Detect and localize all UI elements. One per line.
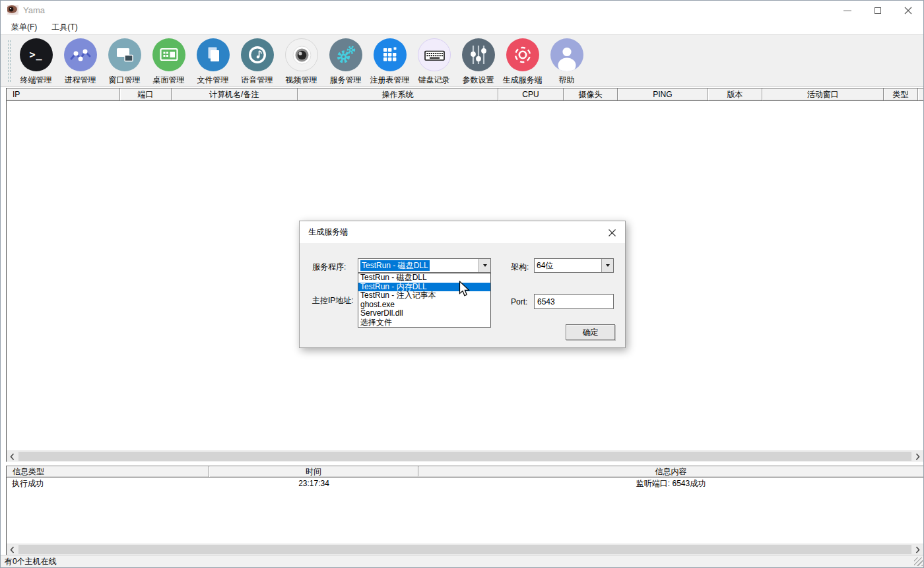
log-cell-content: 监听端口: 6543成功 — [418, 478, 923, 489]
settings-icon — [462, 38, 495, 71]
maximize-icon — [874, 7, 881, 14]
keylogger-icon — [418, 38, 451, 71]
maximize-button[interactable] — [863, 1, 893, 20]
column-header-ip[interactable]: IP — [7, 89, 120, 100]
column-header-cpu[interactable]: CPU — [498, 89, 564, 100]
registry-icon — [374, 38, 407, 71]
scroll-left-icon — [10, 546, 15, 553]
app-window: Yama 菜单(F) 工具(T) >_ 终端管理 — [0, 0, 924, 568]
log-cell-time: 23:17:34 — [209, 478, 418, 489]
close-icon — [608, 229, 616, 237]
scroll-right-button[interactable] — [912, 544, 923, 555]
scroll-track[interactable] — [18, 451, 912, 462]
menubar: 菜单(F) 工具(T) — [1, 20, 923, 35]
arch-value: 64位 — [535, 259, 601, 272]
services-icon — [329, 38, 362, 71]
toolbar-item-terminal[interactable]: >_ 终端管理 — [14, 38, 58, 86]
dropdown-item[interactable]: ghost.exe — [358, 301, 490, 310]
column-header-type[interactable]: 类型 — [884, 89, 918, 100]
toolbar-item-desktop[interactable]: 桌面管理 — [147, 38, 191, 86]
toolbar-item-video[interactable]: 视频管理 — [279, 38, 323, 86]
scroll-thumb[interactable] — [18, 545, 911, 554]
master-ip-label: 主控IP地址: — [312, 295, 354, 306]
combo-dropdown-button[interactable] — [601, 259, 613, 272]
toolbar-item-file[interactable]: 文件管理 — [191, 38, 235, 86]
log-hscrollbar — [7, 544, 923, 555]
column-header-port[interactable]: 端口 — [120, 89, 172, 100]
desktop-icon — [152, 38, 185, 71]
audio-icon — [241, 38, 274, 71]
column-header-active-window[interactable]: 活动窗口 — [762, 89, 884, 100]
toolbar-gripper[interactable] — [7, 40, 11, 83]
scroll-right-icon — [915, 453, 920, 460]
toolbar-item-build-server[interactable]: 生成服务端 — [500, 38, 544, 86]
status-text: 有0个主机在线 — [5, 557, 57, 566]
log-table: 信息类型 时间 信息内容 执行成功 23:17:34 监听端口: 6543成功 — [6, 466, 923, 555]
dialog-titlebar[interactable]: 生成服务端 — [300, 221, 625, 243]
toolbar-item-settings[interactable]: 参数设置 — [456, 38, 500, 86]
column-header-os[interactable]: 操作系统 — [298, 89, 498, 100]
port-input[interactable] — [534, 294, 614, 309]
toolbar-item-services[interactable]: 服务管理 — [323, 38, 368, 86]
dropdown-item[interactable]: ServerDll.dll — [358, 309, 490, 318]
toolbar-item-audio[interactable]: 语音管理 — [235, 38, 279, 86]
column-header-camera[interactable]: 摄像头 — [564, 89, 618, 100]
minimize-button[interactable] — [832, 1, 863, 20]
toolbar: >_ 终端管理 进程管理 窗口管理 桌面管理 — [1, 35, 923, 87]
column-header-version[interactable]: 版本 — [708, 89, 763, 100]
service-program-combobox[interactable]: TestRun - 磁盘DLL — [358, 258, 491, 273]
scroll-left-button[interactable] — [7, 544, 18, 555]
scroll-thumb[interactable] — [18, 452, 911, 461]
log-table-body: 执行成功 23:17:34 监听端口: 6543成功 — [7, 478, 923, 544]
scroll-left-button[interactable] — [7, 451, 18, 462]
minimize-icon — [843, 11, 851, 11]
service-program-label: 服务程序: — [312, 262, 346, 273]
port-label: Port: — [511, 297, 527, 306]
toolbar-item-registry[interactable]: 注册表管理 — [368, 38, 412, 86]
app-icon — [7, 5, 18, 15]
arch-label: 架构: — [511, 262, 529, 273]
dropdown-item[interactable]: 选择文件 — [358, 318, 490, 328]
file-icon — [197, 38, 230, 71]
titlebar: Yama — [1, 1, 923, 20]
window-icon — [108, 38, 141, 71]
toolbar-item-help[interactable]: 帮助 — [544, 38, 589, 86]
column-header-filler — [918, 89, 923, 100]
ok-button[interactable]: 确定 — [566, 324, 615, 340]
scroll-left-icon — [10, 453, 15, 460]
column-header-info-type[interactable]: 信息类型 — [7, 466, 209, 477]
service-program-value: TestRun - 磁盘DLL — [358, 259, 478, 272]
close-button[interactable] — [893, 1, 923, 20]
resize-grip[interactable] — [914, 557, 923, 566]
chevron-down-icon — [606, 264, 610, 267]
statusbar: 有0个主机在线 — [1, 555, 923, 568]
menu-item-tools[interactable]: 工具(T) — [46, 22, 82, 33]
terminal-icon: >_ — [20, 38, 53, 71]
toolbar-item-window[interactable]: 窗口管理 — [102, 38, 147, 86]
process-icon — [64, 38, 97, 71]
hosts-table-header: IP 端口 计算机名/备注 操作系统 CPU 摄像头 PING 版本 活动窗口 … — [7, 88, 923, 101]
window-title: Yama — [23, 1, 45, 20]
column-header-time[interactable]: 时间 — [209, 466, 418, 477]
scroll-right-button[interactable] — [912, 451, 923, 462]
dialog-close-button[interactable] — [606, 227, 618, 238]
arch-combobox[interactable]: 64位 — [534, 258, 614, 273]
scroll-track[interactable] — [18, 544, 912, 555]
chevron-down-icon — [483, 264, 487, 267]
video-icon — [285, 38, 318, 71]
column-header-info-content[interactable]: 信息内容 — [418, 466, 923, 477]
log-table-header: 信息类型 时间 信息内容 — [7, 466, 923, 478]
hosts-hscrollbar — [7, 450, 923, 462]
column-header-ping[interactable]: PING — [618, 89, 708, 100]
combo-dropdown-button[interactable] — [478, 259, 490, 272]
log-cell-type: 执行成功 — [7, 478, 209, 489]
log-row[interactable]: 执行成功 23:17:34 监听端口: 6543成功 — [7, 478, 923, 489]
menu-item-main[interactable]: 菜单(F) — [6, 22, 42, 33]
scroll-right-icon — [915, 546, 920, 553]
toolbar-item-process[interactable]: 进程管理 — [58, 38, 102, 86]
build-server-icon — [506, 38, 539, 71]
toolbar-item-keylogger[interactable]: 键盘记录 — [412, 38, 456, 86]
column-header-computer-name[interactable]: 计算机名/备注 — [172, 89, 298, 100]
mouse-cursor — [459, 281, 472, 299]
help-icon — [550, 38, 583, 71]
